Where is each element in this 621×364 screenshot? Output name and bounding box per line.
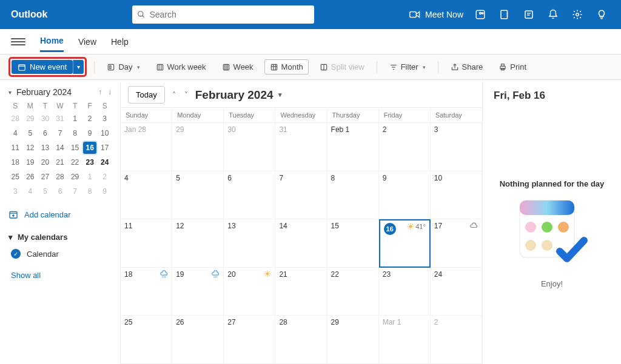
calendar-cell[interactable]: 30 — [224, 123, 275, 171]
calendar-cell[interactable]: 27 — [224, 316, 275, 364]
new-event-dropdown[interactable]: ▾ — [73, 60, 84, 74]
calendar-cell[interactable]: 26 — [172, 316, 224, 364]
mini-day[interactable]: 28 — [53, 171, 67, 183]
calendar-cell[interactable]: 31 — [275, 123, 327, 171]
mini-next-icon[interactable]: ↓ — [108, 88, 112, 96]
calendar-cell[interactable]: 6 — [224, 171, 275, 220]
new-event-button[interactable]: New event — [12, 60, 73, 74]
mini-day[interactable]: 28 — [8, 113, 22, 125]
calendar-cell[interactable]: 2 — [431, 316, 482, 364]
mini-day[interactable]: 29 — [68, 171, 82, 183]
mini-day[interactable]: 8 — [68, 127, 82, 139]
calendar-cell[interactable]: 20 — [224, 268, 275, 316]
calendar-cell[interactable]: Feb 1 — [327, 123, 379, 171]
tab-help[interactable]: Help — [111, 37, 129, 51]
calendar-cell[interactable]: 17 — [431, 219, 482, 268]
mini-day[interactable]: 16 — [83, 142, 97, 154]
add-calendar-button[interactable]: Add calendar — [8, 210, 112, 219]
calendar-cell[interactable]: 10 — [431, 171, 482, 220]
today-button[interactable]: Today — [128, 86, 165, 104]
mini-day[interactable]: 4 — [8, 127, 22, 139]
calendar-cell[interactable]: 14 — [275, 219, 327, 268]
search-input[interactable] — [149, 10, 309, 19]
view-work-week-button[interactable]: Work week — [151, 60, 211, 74]
mini-day[interactable]: 20 — [38, 156, 52, 168]
mini-day[interactable]: 5 — [24, 127, 38, 139]
mini-day[interactable]: 13 — [38, 142, 52, 154]
calendar-cell[interactable]: 3 — [431, 123, 482, 171]
mini-day[interactable]: 14 — [53, 142, 67, 154]
calendar-cell[interactable]: 22 — [327, 268, 379, 316]
calendar-cell[interactable]: Mar 1 — [379, 316, 431, 364]
calendar-cell[interactable]: 29 — [327, 316, 379, 364]
mini-day[interactable]: 6 — [38, 127, 52, 139]
show-all-link[interactable]: Show all — [8, 271, 112, 280]
mini-day[interactable]: 27 — [38, 171, 52, 183]
calendar-cell[interactable]: 13 — [224, 219, 275, 268]
mini-day[interactable]: 24 — [98, 156, 112, 168]
search-box[interactable] — [132, 5, 314, 24]
calendar-cell[interactable]: 2 — [379, 123, 431, 171]
mini-day[interactable]: 3 — [8, 185, 22, 197]
nav-toggle-icon[interactable] — [11, 38, 25, 45]
mini-day[interactable]: 19 — [24, 156, 38, 168]
meet-now-button[interactable]: Meet Now — [409, 10, 468, 19]
tab-home[interactable]: Home — [40, 36, 64, 52]
calendar-cell[interactable]: 28 — [275, 316, 327, 364]
calendar-cell[interactable]: 1641° — [379, 219, 431, 268]
mini-day[interactable]: 9 — [98, 185, 112, 197]
calendar-title[interactable]: February 2024 ▾ — [195, 88, 282, 102]
calendar-cell[interactable]: Jan 28 — [121, 123, 172, 171]
mini-day[interactable]: 12 — [24, 142, 38, 154]
mini-day[interactable]: 11 — [8, 142, 22, 154]
mini-day[interactable]: 3 — [98, 113, 112, 125]
mini-day[interactable]: 23 — [83, 156, 97, 168]
notes-icon[interactable] — [517, 0, 541, 29]
mini-day[interactable]: 7 — [53, 127, 67, 139]
view-day-button[interactable]: Day▾ — [102, 60, 144, 74]
calendar-cell[interactable]: 9 — [379, 171, 431, 220]
mini-day[interactable]: 22 — [68, 156, 82, 168]
mini-day[interactable]: 25 — [8, 171, 22, 183]
mini-day[interactable]: 31 — [53, 113, 67, 125]
mini-calendar-header[interactable]: ▾ February 2024 ↑ ↓ — [8, 87, 112, 97]
calendar-cell[interactable]: 12 — [172, 219, 224, 268]
calendar-cell[interactable]: 23 — [379, 268, 431, 316]
calendar-cell[interactable]: 24 — [431, 268, 482, 316]
mini-day[interactable]: 2 — [83, 113, 97, 125]
mini-day[interactable]: 10 — [98, 127, 112, 139]
calendar-cell[interactable]: 7 — [275, 171, 327, 220]
mini-day[interactable]: 17 — [98, 142, 112, 154]
bell-icon[interactable] — [541, 0, 565, 29]
settings-icon[interactable] — [565, 0, 589, 29]
mini-day[interactable]: 5 — [38, 185, 52, 197]
calendar-list-item[interactable]: ✓ Calendar — [8, 249, 112, 259]
mini-day[interactable]: 4 — [24, 185, 38, 197]
mini-prev-icon[interactable]: ↑ — [98, 88, 102, 96]
view-month-button[interactable]: Month — [264, 59, 309, 74]
onenote-icon[interactable] — [492, 0, 517, 29]
calendar-cell[interactable]: 4 — [121, 171, 172, 220]
calendar-cell[interactable]: 8 — [327, 171, 379, 220]
mini-day[interactable]: 26 — [24, 171, 38, 183]
view-week-button[interactable]: Week — [217, 60, 258, 74]
mini-day[interactable]: 1 — [68, 113, 82, 125]
mini-day[interactable]: 6 — [53, 185, 67, 197]
mini-day[interactable]: 8 — [83, 185, 97, 197]
mini-day[interactable]: 15 — [68, 142, 82, 154]
share-button[interactable]: Share — [446, 60, 488, 74]
tips-icon[interactable] — [589, 0, 614, 29]
next-month-icon[interactable]: ˅ — [184, 91, 188, 99]
calendar-cell[interactable]: 15 — [327, 219, 379, 268]
mini-day[interactable]: 2 — [98, 171, 112, 183]
calendar-cell[interactable]: 11 — [121, 219, 172, 268]
mini-day[interactable]: 18 — [8, 156, 22, 168]
mini-day[interactable]: 30 — [38, 113, 52, 125]
teams-icon[interactable] — [468, 0, 492, 29]
print-button[interactable]: Print — [494, 60, 531, 74]
mini-day[interactable]: 29 — [24, 113, 38, 125]
calendar-cell[interactable]: 25 — [121, 316, 172, 364]
mini-day[interactable]: 7 — [68, 185, 82, 197]
calendar-cell[interactable]: 21 — [275, 268, 327, 316]
mini-day[interactable]: 21 — [53, 156, 67, 168]
